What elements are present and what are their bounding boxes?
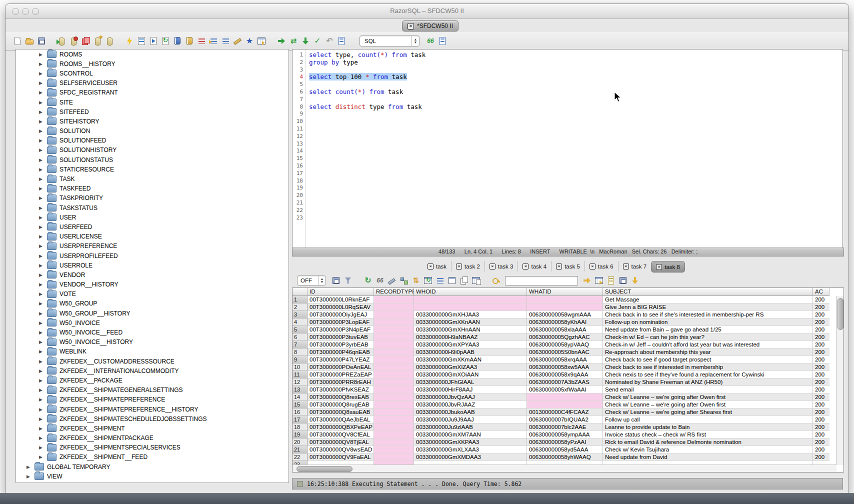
row-number[interactable]: 17	[292, 416, 308, 424]
code-line-15[interactable]	[309, 155, 842, 162]
close-tab-icon[interactable]: ×	[490, 264, 496, 270]
save-file-icon[interactable]	[36, 36, 46, 46]
grid-cell[interactable]: 00T3000000POeAnEAL	[308, 364, 374, 371]
close-tab-icon[interactable]: ×	[456, 264, 462, 270]
grid-cell[interactable]: Check-in w/ Ed – can he join this year?	[603, 334, 813, 341]
grid-cell[interactable]: 00T3000000P3N4pEAF	[308, 326, 374, 334]
schema-tree[interactable]: ▶ROOMS▶ROOMS__HISTORY▶SCONTROL▶SELFSERVI…	[16, 49, 289, 483]
disclosure-triangle-icon[interactable]: ▶	[39, 254, 44, 258]
table-row[interactable]: 1600T3000000Q8sauEAB0033000000JbukoAAB00…	[292, 408, 844, 416]
grid-cell[interactable]: 0033000000GmXIZAA3	[414, 364, 527, 371]
row-number[interactable]: 10	[292, 364, 308, 371]
disclosure-triangle-icon[interactable]: ▶	[39, 186, 44, 191]
close-tab-icon[interactable]: ×	[590, 264, 596, 270]
tree-item-w50-group[interactable]: ▶W50_GROUP	[16, 299, 288, 308]
row-number[interactable]: 14	[292, 394, 308, 401]
table-row[interactable]: 400T3000000P3LopEAF0033000000GmXKnAAN006…	[292, 318, 844, 326]
table-row[interactable]: 600T3000000P3tuvEAB0033000000H9aNBAAZ006…	[292, 334, 844, 341]
disclosure-triangle-icon[interactable]: ▶	[39, 388, 44, 392]
schema-browser-icon[interactable]	[172, 36, 182, 46]
disclosure-triangle-icon[interactable]: ▶	[39, 62, 44, 66]
grid-cell[interactable]: Check w/ Leanne – we're going after Shea…	[603, 408, 813, 416]
grid-cell[interactable]: Check back to see if good target prospec…	[603, 356, 813, 364]
tree-item-taskpriority[interactable]: ▶TASKPRIORITY	[16, 194, 288, 203]
tree-item-taskfeed[interactable]: ▶TASKFEED	[16, 184, 288, 194]
disclosure-triangle-icon[interactable]: ▶	[39, 292, 44, 296]
tree-item-sfdc-registrant[interactable]: ▶SFDC_REGISTRANT	[16, 88, 288, 98]
grid-cell[interactable]: 00630000005xfWaAAI	[527, 386, 603, 394]
code-line-17[interactable]	[309, 170, 842, 178]
grid-cell[interactable]: 200	[813, 431, 830, 438]
tree-item-solutionstatus[interactable]: ▶SOLUTIONSTATUS	[16, 155, 288, 164]
grid-cell[interactable]: 00T3000000P46qnEAB	[308, 348, 374, 356]
tree-item-zkfedex-shipmatepreference[interactable]: ▶ZKFEDEX__SHIPMATEPREFERENCE	[16, 395, 288, 404]
grid-cell[interactable]: 200	[813, 408, 830, 416]
code-line-7[interactable]	[309, 96, 842, 104]
tree-item-zkfedex-shipmatescheduledjobssettings[interactable]: ▶ZKFEDEX__SHIPMATESCHEDULEDJOBSSETTINGS	[16, 414, 288, 424]
table-row[interactable]: 700T3000000P3yrbEAB0033000000GmXPYAA3006…	[292, 341, 844, 348]
grid-cell[interactable]	[374, 401, 414, 408]
disconnect-icon[interactable]	[68, 36, 78, 46]
tree-item-taskstatus[interactable]: ▶TASKSTATUS	[16, 203, 288, 212]
refresh-table-icon[interactable]	[423, 276, 433, 286]
grid-cell[interactable]: 00T3000000QBXPeEAP	[308, 424, 374, 431]
tree-item-selfserviceuser[interactable]: ▶SELFSERVICEUSER	[16, 78, 288, 88]
grid-cell[interactable]: 006300000058ympAAA	[527, 431, 603, 438]
grid-cell[interactable]	[374, 378, 414, 386]
code-line-3[interactable]	[309, 66, 842, 74]
table-row[interactable]: 200T3000000L0RqSEAVGive Jenn a BIG RAISE…	[292, 304, 844, 311]
code-line-14[interactable]	[309, 148, 842, 155]
tree-item-userpreference[interactable]: ▶USERPREFERENCE	[16, 242, 288, 251]
row-number[interactable]: 19	[292, 431, 308, 438]
grid-cell[interactable]	[527, 394, 603, 401]
disclosure-triangle-icon[interactable]: ▶	[39, 320, 44, 326]
tree-item-vendor[interactable]: ▶VENDOR	[16, 270, 288, 280]
grid-cell[interactable]: 200	[813, 364, 830, 371]
table-row[interactable]: 1000T3000000POeAnEAL0033000000GmXIZAA300…	[292, 364, 844, 371]
result-tab-task-7[interactable]: ×task 7	[618, 261, 652, 272]
code-line-6[interactable]: select count(*) from task	[309, 88, 842, 96]
column-header-whoid[interactable]: WHOID	[414, 288, 527, 296]
table-row[interactable]: 300T3000000OiyJgEAJ0033000000GmXHJAA3006…	[292, 311, 844, 318]
grid-cell[interactable]: 200	[813, 326, 830, 334]
tree-item-zkfedex-customaddresssource[interactable]: ▶ZKFEDEX__CUSTOMADDRESSSOURCE	[16, 356, 288, 366]
row-number[interactable]: 21	[292, 446, 308, 454]
grid-cell[interactable]: 200	[813, 401, 830, 408]
disclosure-triangle-icon[interactable]: ▶	[39, 224, 44, 230]
disclosure-triangle-icon[interactable]: ▶	[39, 416, 44, 422]
go-down-icon[interactable]	[300, 36, 310, 46]
grid-cell[interactable]	[374, 386, 414, 394]
tree-item-solution[interactable]: ▶SOLUTION	[16, 126, 288, 136]
describe-icon[interactable]	[426, 36, 436, 46]
row-number[interactable]: 16	[292, 408, 308, 416]
grid-cell[interactable]: 0033000000H9i0pAAB	[414, 348, 527, 356]
table-row[interactable]: 1200T3000000PRR8rEAH0033000000JFhGlAAL00…	[292, 378, 844, 386]
grid-cell[interactable]: 0033000000Ju9J9AAJ	[414, 416, 527, 424]
go-forward-icon[interactable]	[276, 36, 286, 46]
row-list-icon[interactable]	[438, 36, 448, 46]
disclosure-triangle-icon[interactable]: ▶	[39, 215, 44, 220]
grid-cell[interactable]: 00T3000000OiyJgEAJ	[308, 311, 374, 318]
tree-item-zkfedex-shipmentpackage[interactable]: ▶ZKFEDEX__SHIPMENTPACKAGE	[16, 434, 288, 443]
disclosure-triangle-icon[interactable]: ▶	[39, 71, 44, 76]
disclosure-triangle-icon[interactable]: ▶	[39, 311, 44, 316]
row-limit-select[interactable]: OFF ▲▼	[297, 276, 326, 286]
grid-cell[interactable]: 0033000000GmXKmAAN	[414, 356, 527, 364]
tree-item-zkfedex-shipmategeneralsettings[interactable]: ▶ZKFEDEX__SHIPMATEGENERALSETTINGS	[16, 386, 288, 395]
grid-cell[interactable]: 0033000000GmXOiAAN	[414, 371, 527, 378]
grid-cell[interactable]	[374, 424, 414, 431]
grid-cell[interactable]: Need update from David	[603, 454, 813, 461]
close-tab-icon[interactable]: ×	[556, 264, 562, 270]
export-table-icon[interactable]	[256, 36, 266, 46]
grid-cell[interactable]: 006300000058yKhAAI	[527, 318, 603, 326]
grid-cell[interactable]: 00T3000000P3tuvEAB	[308, 334, 374, 341]
grid-cell[interactable]: 0033000000JFhGlAAL	[414, 378, 527, 386]
disclosure-triangle-icon[interactable]: ▶	[39, 330, 44, 335]
close-tab-icon[interactable]: ×	[408, 23, 414, 30]
row-number[interactable]: 22	[292, 454, 308, 461]
grid-vertical-scrollbar[interactable]	[836, 296, 844, 465]
download-icon[interactable]	[630, 276, 640, 286]
table-row[interactable]: 2200T3000000QV9FaEAL0033000000GmXMDAA300…	[292, 454, 844, 461]
disclosure-triangle-icon[interactable]: ▶	[39, 368, 44, 374]
grid-cell[interactable]: 0033000000H9aNBAAZ	[414, 334, 527, 341]
